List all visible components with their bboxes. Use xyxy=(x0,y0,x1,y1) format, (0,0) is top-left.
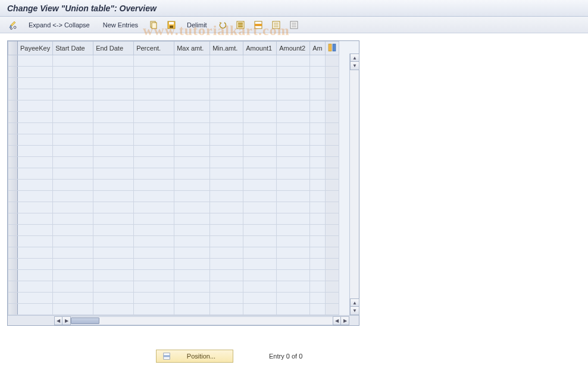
grid-cell[interactable] xyxy=(93,123,134,134)
grid-cell[interactable] xyxy=(243,89,277,100)
hscroll-track[interactable] xyxy=(71,316,333,325)
grid-cell[interactable] xyxy=(134,281,174,293)
grid-cell[interactable] xyxy=(210,157,243,168)
grid-cell[interactable] xyxy=(53,67,93,78)
grid-cell[interactable] xyxy=(53,89,93,100)
grid-cell[interactable] xyxy=(277,180,310,191)
grid-cell[interactable] xyxy=(210,146,243,157)
grid-cell[interactable] xyxy=(18,146,53,157)
grid-cell[interactable] xyxy=(134,55,174,67)
table-row[interactable] xyxy=(8,293,339,304)
grid-cell[interactable] xyxy=(93,225,134,236)
deselect-all-button[interactable] xyxy=(269,19,283,31)
grid-cell[interactable] xyxy=(18,112,53,123)
grid-cell[interactable] xyxy=(93,89,134,100)
grid-cell[interactable] xyxy=(277,202,310,213)
grid-cell[interactable] xyxy=(243,67,277,78)
table-row[interactable] xyxy=(8,123,339,134)
column-header[interactable]: Amount2 xyxy=(277,42,310,55)
copy-button[interactable] xyxy=(146,19,161,31)
row-selector[interactable] xyxy=(8,100,18,112)
grid-cell[interactable] xyxy=(174,281,210,293)
grid-cell[interactable] xyxy=(210,89,243,100)
grid-cell[interactable] xyxy=(174,123,210,134)
grid-cell[interactable] xyxy=(174,168,210,180)
grid-cell[interactable] xyxy=(210,281,243,293)
grid-cell[interactable] xyxy=(277,213,310,225)
grid-cell[interactable] xyxy=(243,168,277,180)
table-row[interactable] xyxy=(8,281,339,293)
grid-cell[interactable] xyxy=(134,123,174,134)
grid-cell[interactable] xyxy=(18,281,53,293)
grid-cell[interactable] xyxy=(18,168,53,180)
table-row[interactable] xyxy=(8,157,339,168)
scroll-right-button[interactable]: ▶ xyxy=(341,316,349,325)
scroll-right-step-button[interactable]: ◀ xyxy=(333,316,341,325)
grid-cell[interactable] xyxy=(93,202,134,213)
grid-cell[interactable] xyxy=(243,281,277,293)
grid-cell[interactable] xyxy=(134,304,174,315)
grid-cell[interactable] xyxy=(277,89,310,100)
select-block-button[interactable] xyxy=(251,19,265,31)
table-row[interactable] xyxy=(8,67,339,78)
grid-cell[interactable] xyxy=(53,213,93,225)
grid-cell[interactable] xyxy=(18,191,53,202)
grid-cell[interactable] xyxy=(277,259,310,270)
grid-cell[interactable] xyxy=(174,146,210,157)
row-selector-header[interactable] xyxy=(8,42,18,55)
grid-cell[interactable] xyxy=(277,55,310,67)
grid-cell[interactable] xyxy=(93,78,134,89)
row-selector[interactable] xyxy=(8,225,18,236)
grid-cell[interactable] xyxy=(310,89,326,100)
grid-cell[interactable] xyxy=(174,293,210,304)
grid-cell[interactable] xyxy=(310,236,326,247)
grid-cell[interactable] xyxy=(174,236,210,247)
table-row[interactable] xyxy=(8,112,339,123)
grid-cell[interactable] xyxy=(93,259,134,270)
grid-cell[interactable] xyxy=(18,293,53,304)
grid-cell[interactable] xyxy=(174,67,210,78)
grid-cell[interactable] xyxy=(134,100,174,112)
table-row[interactable] xyxy=(8,202,339,213)
column-header[interactable]: Amount1 xyxy=(243,42,277,55)
grid-cell[interactable] xyxy=(277,100,310,112)
column-header[interactable]: Min.amt. xyxy=(210,42,243,55)
grid-cell[interactable] xyxy=(277,225,310,236)
grid-cell[interactable] xyxy=(93,67,134,78)
grid-cell[interactable] xyxy=(134,225,174,236)
row-selector[interactable] xyxy=(8,180,18,191)
grid-cell[interactable] xyxy=(243,259,277,270)
grid-cell[interactable] xyxy=(53,202,93,213)
grid-cell[interactable] xyxy=(174,304,210,315)
scroll-left-step-button[interactable]: ▶ xyxy=(62,316,71,325)
grid-cell[interactable] xyxy=(243,270,277,281)
table-row[interactable] xyxy=(8,259,339,270)
grid-cell[interactable] xyxy=(310,157,326,168)
grid-cell[interactable] xyxy=(134,157,174,168)
grid-cell[interactable] xyxy=(53,259,93,270)
grid-cell[interactable] xyxy=(134,293,174,304)
save-button[interactable] xyxy=(164,19,179,31)
row-selector[interactable] xyxy=(8,236,18,247)
grid-cell[interactable] xyxy=(310,78,326,89)
toggle-edit-button[interactable] xyxy=(6,19,20,31)
row-selector[interactable] xyxy=(8,55,18,67)
grid-cell[interactable] xyxy=(174,100,210,112)
grid-cell[interactable] xyxy=(310,213,326,225)
grid-cell[interactable] xyxy=(277,112,310,123)
grid-cell[interactable] xyxy=(53,168,93,180)
grid-cell[interactable] xyxy=(18,236,53,247)
grid-cell[interactable] xyxy=(93,168,134,180)
grid-cell[interactable] xyxy=(210,247,243,259)
grid-cell[interactable] xyxy=(53,304,93,315)
grid-cell[interactable] xyxy=(210,191,243,202)
grid-cell[interactable] xyxy=(277,281,310,293)
row-selector[interactable] xyxy=(8,168,18,180)
grid-cell[interactable] xyxy=(210,213,243,225)
grid-cell[interactable] xyxy=(310,202,326,213)
grid-cell[interactable] xyxy=(53,134,93,146)
grid-cell[interactable] xyxy=(93,191,134,202)
grid-cell[interactable] xyxy=(134,259,174,270)
row-selector[interactable] xyxy=(8,213,18,225)
grid-cell[interactable] xyxy=(18,123,53,134)
